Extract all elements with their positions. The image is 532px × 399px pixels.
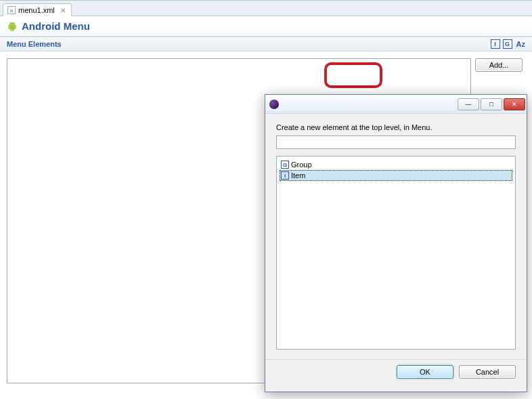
editor-title: Android Menu bbox=[22, 20, 90, 32]
close-tab-icon[interactable]: ✕ bbox=[60, 7, 66, 14]
android-icon bbox=[7, 21, 18, 32]
eclipse-icon bbox=[269, 100, 279, 109]
editor-header: Android Menu bbox=[0, 16, 532, 37]
element-type-list[interactable]: G Group I Item bbox=[276, 156, 516, 350]
dialog-button-row: OK Cancel bbox=[265, 359, 527, 387]
toolbar-group-icon[interactable]: G bbox=[503, 39, 512, 49]
close-window-button[interactable]: ✕ bbox=[504, 98, 525, 110]
svg-point-1 bbox=[13, 22, 14, 23]
dialog-body: Create a new element at the top level, i… bbox=[265, 114, 527, 359]
section-title: Menu Elements bbox=[7, 40, 488, 48]
ok-button[interactable]: OK bbox=[397, 365, 453, 379]
create-element-dialog: — □ ✕ Create a new element at the top le… bbox=[265, 94, 527, 392]
file-tab-menu1[interactable]: a menu1.xml ✕ bbox=[3, 3, 72, 16]
add-button[interactable]: Add... bbox=[475, 58, 523, 72]
option-item-label: Item bbox=[291, 171, 305, 180]
maximize-button[interactable]: □ bbox=[481, 98, 502, 110]
group-type-icon: G bbox=[281, 161, 289, 169]
item-type-icon: I bbox=[281, 171, 289, 180]
xml-file-icon: a bbox=[7, 6, 16, 14]
option-item[interactable]: I Item bbox=[280, 170, 512, 181]
minimize-button[interactable]: — bbox=[458, 98, 479, 110]
toolbar-item-icon[interactable]: I bbox=[491, 39, 500, 49]
cancel-button[interactable]: Cancel bbox=[459, 365, 516, 379]
dialog-prompt: Create a new element at the top level, i… bbox=[276, 123, 516, 131]
option-group[interactable]: G Group bbox=[280, 159, 512, 170]
toolbar-sort-az[interactable]: Az bbox=[516, 40, 525, 48]
svg-point-0 bbox=[11, 22, 12, 23]
option-group-label: Group bbox=[291, 161, 312, 169]
file-tab-label: menu1.xml bbox=[18, 6, 55, 14]
editor-tab-bar: a menu1.xml ✕ bbox=[0, 0, 532, 16]
section-header: Menu Elements I G Az bbox=[0, 37, 532, 51]
dialog-titlebar[interactable]: — □ ✕ bbox=[265, 95, 527, 114]
dialog-filter-input[interactable] bbox=[276, 135, 516, 149]
